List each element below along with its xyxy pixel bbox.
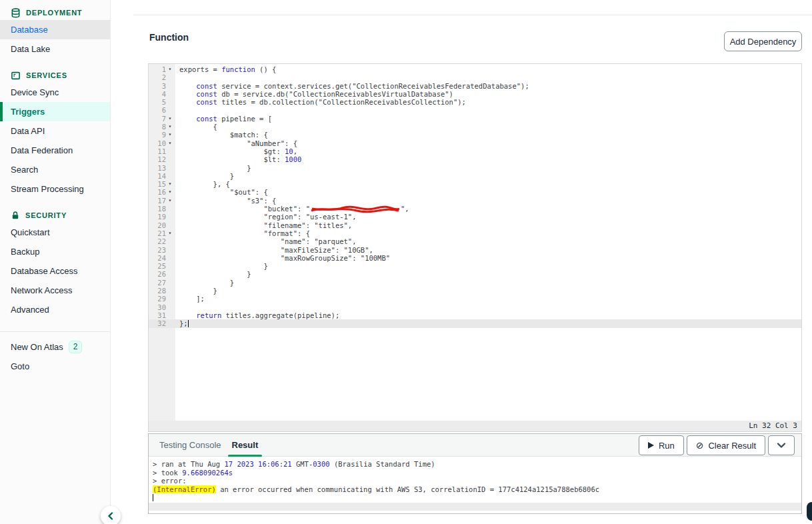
tab-result[interactable]: Result — [232, 434, 259, 457]
code-line[interactable]: 23 "maxFileSize": "10GB", — [149, 246, 801, 254]
code-line[interactable]: 27 } — [149, 279, 801, 287]
code-segment: 0300 — [313, 460, 329, 468]
page-title: Function — [149, 32, 189, 43]
sidebar-item-stream-processing[interactable]: Stream Processing — [0, 179, 110, 199]
code-segment: GMT- — [292, 460, 313, 468]
code-editor[interactable]: 1▾exports = function () {23 const servic… — [148, 63, 802, 432]
code-line[interactable]: 21▾ "format": { — [149, 229, 801, 237]
sidebar-item-search[interactable]: Search — [0, 160, 110, 179]
fold-arrow-icon[interactable]: ▾ — [166, 197, 174, 205]
code-line[interactable]: 11 $gt: 10, — [149, 147, 801, 155]
sidebar-item-network-access[interactable]: Network Access — [0, 281, 110, 300]
line-number[interactable]: 1▾ — [149, 65, 175, 73]
code-line[interactable]: 10▾ "aNumber": { — [149, 139, 801, 147]
fold-placeholder — [166, 73, 174, 81]
code-line[interactable]: 15▾ }, { — [149, 180, 801, 188]
sidebar-item-advanced[interactable]: Advanced — [0, 300, 110, 319]
sidebar-item-database[interactable]: Database — [0, 20, 110, 39]
sidebar-item-backup[interactable]: Backup — [0, 242, 110, 261]
code-segment: } — [179, 270, 251, 278]
code-segment — [179, 115, 196, 123]
code-line[interactable]: 9▾ $match: { — [149, 131, 801, 139]
sidebar-item-data-api[interactable]: Data API — [0, 121, 110, 141]
code-line[interactable]: 19 "region": "us-east-1", — [149, 213, 801, 221]
widget-edge[interactable] — [807, 502, 812, 521]
code-line[interactable]: 12 $lt: 1000 — [149, 155, 801, 163]
sidebar-item-data-lake[interactable]: Data Lake — [0, 39, 110, 59]
console-scrollbar-track[interactable] — [149, 503, 801, 511]
fold-arrow-icon[interactable]: ▾ — [166, 188, 174, 196]
fold-placeholder — [166, 147, 174, 155]
fold-arrow-icon[interactable]: ▾ — [166, 65, 174, 73]
code-line[interactable]: 22 "name": "parquet", — [149, 237, 801, 245]
code-line[interactable]: 18 "bucket": "", — [149, 205, 801, 213]
code-line[interactable]: 7▾ const pipeline = [ — [149, 115, 801, 123]
sidebar-item-device-sync[interactable]: Device Sync — [0, 83, 110, 102]
sidebar-item-data-federation[interactable]: Data Federation — [0, 141, 110, 160]
code-line[interactable]: 24 "maxRowGroupSize": "100MB" — [149, 254, 801, 262]
code-line[interactable]: 29 ]; — [149, 295, 801, 303]
code-line[interactable]: 2 — [149, 73, 801, 81]
line-number: 19 — [149, 213, 175, 221]
code-line[interactable]: 26 } — [149, 270, 801, 278]
fold-arrow-icon[interactable]: ▾ — [166, 131, 174, 139]
code-segment — [179, 82, 196, 90]
code-line[interactable]: 4 const db = service.db("CollectionRecei… — [149, 90, 801, 98]
sidebar-item-database-access[interactable]: Database Access — [0, 261, 110, 281]
code-line[interactable]: 32}; — [149, 319, 801, 327]
code-line[interactable]: 16▾ "$out": { — [149, 188, 801, 196]
fold-arrow-icon[interactable]: ▾ — [166, 180, 174, 188]
sidebar-item-goto[interactable]: Goto — [0, 357, 110, 376]
console-output[interactable]: > ran at Thu Aug 17 2023 16:06:21 GMT-03… — [149, 457, 801, 502]
sidebar-item-quickstart[interactable]: Quickstart — [0, 223, 110, 242]
code-line[interactable]: 8▾ { — [149, 123, 801, 131]
code-line[interactable]: 31 return titles.aggregate(pipeline); — [149, 311, 801, 319]
fold-arrow-icon[interactable]: ▾ — [166, 123, 174, 131]
code-segment: 10 — [285, 147, 293, 155]
line-number[interactable]: 16▾ — [149, 188, 175, 196]
code-line[interactable]: 13 } — [149, 164, 801, 172]
sidebar-collapse-button[interactable] — [101, 506, 121, 524]
redacted-scribble — [310, 205, 401, 213]
tab-testing-console[interactable]: Testing Console — [159, 434, 221, 457]
code-segment: ]; — [179, 295, 205, 303]
clear-result-button[interactable]: ⊘ Clear Result — [687, 435, 765, 455]
new-on-atlas-badge: 2 — [69, 341, 83, 353]
line-number[interactable]: 8▾ — [149, 123, 175, 131]
chevron-down-icon — [777, 442, 786, 449]
line-number[interactable]: 15▾ — [149, 180, 175, 188]
line-number[interactable]: 10▾ — [149, 139, 175, 147]
line-number[interactable]: 17▾ — [149, 197, 175, 205]
code-line[interactable]: 1▾exports = function () { — [149, 65, 801, 73]
line-number[interactable]: 7▾ — [149, 115, 175, 123]
code-text: "$out": { — [175, 188, 268, 196]
code-line[interactable]: 6 — [149, 106, 801, 114]
code-line[interactable]: 17▾ "s3": { — [149, 197, 801, 205]
code-line[interactable]: 30 — [149, 303, 801, 311]
section-security: SECURITY — [0, 208, 110, 223]
code-segment: an error occurred when communicating wit… — [216, 485, 599, 493]
fold-placeholder — [166, 98, 174, 106]
fold-arrow-icon[interactable]: ▾ — [166, 115, 174, 123]
code-line[interactable]: 20 "filename": "titles", — [149, 221, 801, 229]
code-text: "name": "parquet", — [175, 237, 357, 245]
sidebar-item-triggers[interactable]: Triggers — [0, 102, 110, 121]
add-dependency-button[interactable]: Add Dependency — [724, 31, 802, 51]
code-line[interactable]: 25 } — [149, 262, 801, 270]
line-number[interactable]: 21▾ — [149, 229, 175, 237]
code-segment: const — [196, 98, 217, 106]
fold-arrow-icon[interactable]: ▾ — [166, 139, 174, 147]
line-number[interactable]: 9▾ — [149, 131, 175, 139]
sidebar-item-new-on-atlas[interactable]: New On Atlas 2 — [0, 337, 110, 357]
fold-arrow-icon[interactable]: ▾ — [166, 229, 174, 237]
clear-icon: ⊘ — [696, 441, 704, 450]
text-cursor — [188, 320, 189, 327]
code-line[interactable]: 28 } — [149, 287, 801, 295]
line-number: 24 — [149, 254, 175, 262]
run-button[interactable]: Run — [639, 435, 684, 455]
run-options-dropdown-button[interactable] — [768, 435, 795, 455]
code-line[interactable]: 14 } — [149, 172, 801, 180]
code-line[interactable]: 5 const titles = db.collection("Collecti… — [149, 98, 801, 106]
code-line[interactable]: 3 const service = context.services.get("… — [149, 82, 801, 90]
code-segment: "$out": { — [179, 188, 268, 196]
